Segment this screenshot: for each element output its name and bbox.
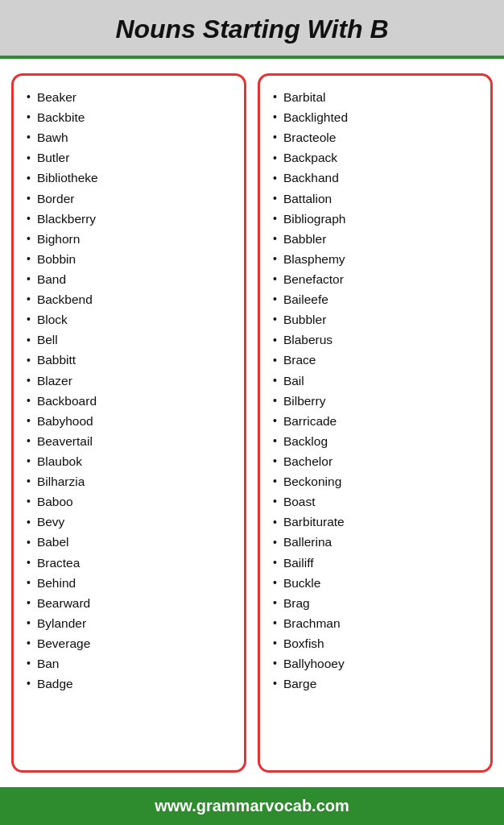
list-item: Barricade (273, 411, 482, 431)
list-item: Boxfish (273, 633, 482, 653)
page-title: Nouns Starting With B (16, 15, 488, 44)
list-item: Blasphemy (273, 249, 482, 269)
left-noun-list: BeakerBackbiteBawhButlerBibliothekeBorde… (27, 87, 236, 694)
list-item: Beavertail (27, 431, 236, 451)
list-item: Bibliotheke (27, 168, 236, 188)
list-item: Barbital (273, 87, 482, 107)
list-item: Bilharzia (27, 471, 236, 491)
list-item: Barbiturate (273, 512, 482, 532)
list-item: Band (27, 269, 236, 289)
list-item: Bylander (27, 613, 236, 633)
list-item: Bubbler (273, 309, 482, 330)
list-item: Bailiff (273, 553, 482, 573)
list-item: Brag (273, 593, 482, 613)
main-content: BeakerBackbiteBawhButlerBibliothekeBorde… (0, 59, 504, 787)
list-item: Boast (273, 491, 482, 512)
list-item: Ban (27, 653, 236, 674)
list-item: Border (27, 189, 236, 209)
list-item: Bevy (27, 512, 236, 532)
list-item: Behind (27, 573, 236, 593)
list-item: Backhand (273, 168, 482, 188)
list-item: Backpack (273, 147, 482, 168)
list-item: Bractea (27, 553, 236, 573)
list-item: Bobbin (27, 249, 236, 269)
list-item: Blackberry (27, 209, 236, 229)
list-item: Ballyhooey (273, 653, 482, 674)
list-item: Backbite (27, 107, 236, 127)
list-item: Bearward (27, 593, 236, 613)
list-item: Babyhood (27, 411, 236, 431)
list-item: Baileefe (273, 289, 482, 309)
list-item: Brace (273, 350, 482, 370)
left-column: BeakerBackbiteBawhButlerBibliothekeBorde… (11, 73, 246, 773)
list-item: Blaberus (273, 330, 482, 350)
list-item: Bawh (27, 127, 236, 147)
right-column: BarbitalBacklightedBracteoleBackpackBack… (258, 73, 493, 773)
list-item: Bail (273, 371, 482, 391)
list-item: Backlog (273, 431, 482, 451)
list-item: Backbend (27, 289, 236, 309)
list-item: Barge (273, 674, 482, 694)
list-item: Bachelor (273, 451, 482, 471)
list-item: Buckle (273, 573, 482, 593)
right-noun-list: BarbitalBacklightedBracteoleBackpackBack… (273, 87, 482, 694)
list-item: Butler (27, 147, 236, 168)
list-item: Beverage (27, 633, 236, 653)
list-item: Brachman (273, 613, 482, 633)
list-item: Bilberry (273, 391, 482, 411)
list-item: Blazer (27, 371, 236, 391)
footer-url: www.grammarvocab.com (155, 797, 349, 815)
page-footer: www.grammarvocab.com (0, 787, 504, 825)
list-item: Beaker (27, 87, 236, 107)
list-item: Baboo (27, 491, 236, 512)
list-item: Ballerina (273, 532, 482, 552)
list-item: Babbitt (27, 350, 236, 370)
page-header: Nouns Starting With B (0, 0, 504, 59)
list-item: Bell (27, 330, 236, 350)
list-item: Bibliograph (273, 209, 482, 229)
list-item: Babbler (273, 229, 482, 249)
list-item: Babel (27, 532, 236, 552)
list-item: Blaubok (27, 451, 236, 471)
list-item: Backlighted (273, 107, 482, 127)
list-item: Battalion (273, 189, 482, 209)
list-item: Block (27, 309, 236, 330)
list-item: Benefactor (273, 269, 482, 289)
list-item: Beckoning (273, 471, 482, 491)
list-item: Bighorn (27, 229, 236, 249)
list-item: Backboard (27, 391, 236, 411)
list-item: Badge (27, 674, 236, 694)
list-item: Bracteole (273, 127, 482, 147)
